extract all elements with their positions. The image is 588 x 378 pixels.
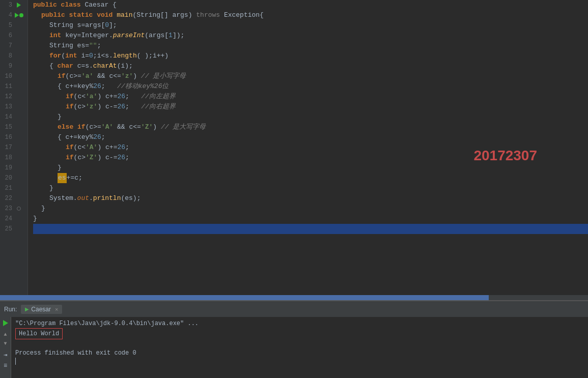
scroll-thumb[interactable] — [0, 295, 489, 300]
code-line: if(c>'z') c-=26; //向右超界 — [33, 102, 588, 112]
code-line: { char c=s.charAt(i); — [33, 61, 588, 71]
line-numbers: 345678910111213141516171819202122232425 — [0, 0, 28, 295]
code-container: 345678910111213141516171819202122232425 … — [0, 0, 588, 295]
step-button[interactable]: ⇥ — [2, 351, 10, 359]
code-line: if(c<'a') c+=26; //向左超界 — [33, 92, 588, 102]
horizontal-scrollbar[interactable] — [0, 295, 588, 300]
code-line: String es=""; — [33, 41, 588, 51]
line-number-row: 16 — [0, 132, 23, 142]
code-line: } — [33, 163, 588, 173]
line-num-label: 21 — [0, 185, 14, 192]
line-num-label: 4 — [0, 12, 14, 19]
scroll-up-button[interactable]: ▲ — [2, 330, 10, 338]
line-number-row: 22 — [0, 193, 23, 203]
code-line: } — [33, 203, 588, 214]
code-line: if(c>='a' && c<='z') // 是小写字母 — [33, 71, 588, 81]
line-number-row: 7 — [0, 41, 23, 51]
line-number-row: 6 — [0, 31, 23, 41]
line-number-row: 25 — [0, 224, 23, 234]
output-text-area: "C:\Program Files\Java\jdk-9.0.4\bin\jav… — [11, 317, 588, 378]
line-num-label: 16 — [0, 134, 14, 141]
line-number-row: 11 — [0, 81, 23, 92]
breakpoint-dot-icon — [19, 13, 23, 17]
line-number-row: 5 — [0, 20, 23, 31]
line-number-row: 15 — [0, 122, 23, 132]
code-line: es+=c; — [33, 173, 588, 183]
run-tab-icon: ▶ — [25, 306, 29, 312]
line-num-label: 12 — [0, 93, 14, 100]
code-line: } — [33, 183, 588, 193]
scroll-buttons: ▲ ▼ — [2, 330, 10, 347]
code-line: { c+=key%26; — [33, 132, 588, 142]
code-line: { c+=key%26; //移动key%26位 — [33, 81, 588, 92]
code-line: } — [33, 112, 588, 122]
code-line: String s=args[0]; — [33, 20, 588, 31]
line-number-row: 8 — [0, 51, 23, 61]
line-num-label: 6 — [0, 32, 14, 39]
run-output: ▲ ▼ ⇥ ≡ "C:\Program Files\Java\jdk-9.0.4… — [0, 317, 588, 378]
code-line: public static void main(String[] args) t… — [33, 10, 588, 20]
run-tab-close[interactable]: × — [55, 306, 58, 312]
code-line: public class Caesar { — [33, 0, 588, 10]
line-num-label: 9 — [0, 63, 14, 70]
line-number-row: 14 — [0, 112, 23, 122]
run-sidebar: ▲ ▼ ⇥ ≡ — [0, 317, 11, 378]
code-line: for(int i=0;i<s.length( );i++) — [33, 51, 588, 61]
run-header: Run: ▶ Caesar × — [0, 301, 588, 317]
line-number-row: 12 — [0, 92, 23, 102]
line-num-label: 23 — [0, 205, 14, 212]
hello-world-output: Hello World — [15, 328, 63, 339]
line-num-label: 8 — [0, 52, 14, 60]
line-num-label: 24 — [0, 215, 14, 222]
run-tab-name: Caesar — [31, 306, 51, 313]
run-label: Run: — [4, 306, 17, 313]
empty-line — [15, 339, 584, 348]
line-num-label: 5 — [0, 22, 14, 29]
line-number-row: 18 — [0, 153, 23, 163]
breakpoint-arrow-icon — [17, 3, 21, 8]
line-num-label: 22 — [0, 195, 14, 202]
line-num-label: 14 — [0, 113, 14, 121]
line-num-label: 18 — [0, 154, 14, 161]
line-number-row: 21 — [0, 183, 23, 193]
line-number-row: 24 — [0, 214, 23, 224]
line-num-label: 7 — [0, 42, 14, 49]
line-number-row: 19 — [0, 163, 23, 173]
code-line: } — [33, 214, 588, 224]
line-num-label: 19 — [0, 164, 14, 171]
run-panel: Run: ▶ Caesar × ▲ ▼ ⇥ ≡ "C:\Program File… — [0, 300, 588, 378]
line-num-label: 10 — [0, 73, 14, 80]
cursor-line — [15, 358, 584, 365]
code-line: else if(c>='A' && c<='Z') // 是大写字母 — [33, 122, 588, 132]
run-tab-caesar[interactable]: ▶ Caesar × — [21, 305, 62, 314]
line-num-label: 25 — [0, 225, 14, 232]
line-number-row: 13 — [0, 102, 23, 112]
hello-world-line: Hello World — [15, 328, 584, 339]
frames-button[interactable]: ≡ — [2, 362, 10, 370]
run-play-button[interactable] — [2, 319, 10, 327]
watermark: 20172307 — [473, 148, 537, 164]
cmd-line: "C:\Program Files\Java\jdk-9.0.4\bin\jav… — [15, 319, 584, 328]
line-number-row: 10 — [0, 71, 23, 81]
scope-end-icon — [17, 207, 21, 211]
line-number-row: 4 — [0, 10, 23, 20]
line-num-label: 3 — [0, 2, 14, 9]
line-num-label: 20 — [0, 175, 14, 182]
code-line — [33, 224, 588, 234]
run-cursor-icon — [15, 13, 19, 18]
cursor — [15, 358, 16, 365]
line-num-label: 11 — [0, 83, 14, 90]
line-num-label: 13 — [0, 103, 14, 110]
process-finished-line: Process finished with exit code 0 — [15, 348, 584, 358]
editor-area: 345678910111213141516171819202122232425 … — [0, 0, 588, 300]
line-number-row: 23 — [0, 203, 23, 214]
play-icon — [3, 320, 8, 326]
line-num-label: 15 — [0, 124, 14, 131]
line-number-row: 9 — [0, 61, 23, 71]
line-num-label: 17 — [0, 144, 14, 151]
scroll-down-button[interactable]: ▼ — [2, 339, 10, 347]
line-number-row: 3 — [0, 0, 23, 10]
line-number-row: 17 — [0, 142, 23, 153]
line-number-row: 20 — [0, 173, 23, 183]
code-line: System.out.println(es); — [33, 193, 588, 203]
